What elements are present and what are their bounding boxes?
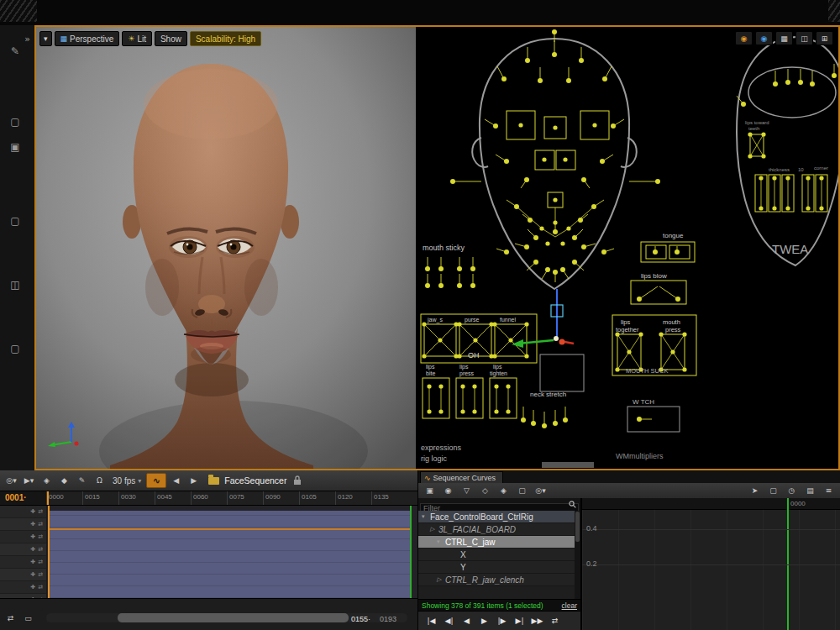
control-dot[interactable] — [659, 332, 663, 336]
control-pin[interactable] — [504, 249, 509, 255]
control-pin[interactable] — [581, 244, 586, 249]
control-pin[interactable] — [504, 159, 509, 164]
control-dot[interactable] — [748, 132, 752, 136]
track-gutter-row[interactable]: ✚⇄ — [0, 581, 46, 594]
control-pin[interactable] — [572, 235, 577, 240]
control-pin[interactable] — [572, 260, 577, 265]
control-pin[interactable] — [581, 177, 586, 182]
gizmo-center[interactable] — [559, 339, 565, 345]
gutter-icon[interactable]: ✚ — [30, 571, 35, 578]
control-pin[interactable] — [578, 218, 583, 223]
create-camera-icon[interactable]: ◉ — [440, 485, 456, 497]
control-pin[interactable] — [521, 417, 526, 423]
timeline-ruler[interactable]: 0001· 0000001500300045006000750090010501… — [0, 491, 417, 506]
panel-tab-icon-1[interactable]: ▢ — [8, 114, 23, 129]
control-pin[interactable] — [563, 417, 568, 423]
key-add-icon[interactable]: ◇ — [477, 485, 493, 497]
frame-selection-icon[interactable]: ▢ — [514, 485, 530, 497]
show-menu-button[interactable]: Show — [155, 31, 187, 46]
camera-speed-icon[interactable]: ◉ — [735, 31, 753, 45]
control-pin[interactable] — [538, 78, 543, 83]
tab-sequencer-curves[interactable]: ∿ Sequencer Curves — [420, 471, 503, 484]
track-row[interactable]: ▾Face_ControlBoard_CtrlRig — [418, 511, 575, 523]
timeline-canvas[interactable] — [47, 506, 417, 598]
3d-viewport[interactable]: ▾ ▦ Perspective ☀ Lit Show Scalability: … — [36, 27, 416, 469]
prev-key-icon[interactable]: ◀| — [441, 615, 457, 627]
control-dot[interactable] — [460, 384, 465, 388]
control-pin[interactable] — [501, 76, 507, 81]
control-dot[interactable] — [748, 154, 752, 158]
timeline-playhead[interactable] — [48, 506, 50, 598]
track-row[interactable]: Y — [418, 561, 575, 574]
control-dot[interactable] — [460, 409, 465, 413]
control-dot[interactable] — [553, 197, 557, 202]
control-dot[interactable] — [615, 367, 619, 371]
control-box[interactable] — [423, 378, 449, 418]
expand-caret-icon[interactable]: ▾ — [422, 513, 430, 520]
filter-icon[interactable]: ▽ — [459, 485, 475, 497]
gutter-icon[interactable]: ✚ — [30, 559, 35, 565]
control-pin[interactable] — [524, 177, 529, 182]
control-box[interactable] — [456, 378, 483, 418]
control-dot[interactable] — [427, 409, 431, 413]
curve-editor-toggle[interactable]: ∿ — [146, 473, 166, 488]
layers-icon[interactable]: ▤ — [802, 485, 818, 497]
control-pin[interactable] — [810, 81, 815, 87]
gutter-icon[interactable]: ✚ — [30, 584, 35, 591]
control-pin[interactable] — [601, 249, 606, 255]
control-dot[interactable] — [427, 384, 431, 388]
gutter-icon[interactable]: ⇄ — [38, 508, 43, 515]
control-pin[interactable] — [611, 123, 616, 129]
track-row[interactable]: X — [418, 549, 575, 561]
panel-tab-icon-4[interactable]: ◫ — [8, 277, 23, 292]
curve-time-ruler[interactable]: 0000 — [582, 498, 840, 510]
panel-options-icon[interactable]: ≡ — [821, 485, 837, 497]
control-dot[interactable] — [627, 349, 631, 354]
track-gutter-row[interactable]: ✚⇄ — [0, 569, 46, 581]
control-pin[interactable] — [553, 229, 558, 234]
control-dot[interactable] — [761, 154, 765, 158]
edit-mode-icon[interactable]: ✎ — [74, 475, 90, 487]
select-tool-icon[interactable]: ➤ — [747, 485, 763, 497]
control-pin[interactable] — [655, 179, 660, 184]
control-pin[interactable] — [457, 283, 462, 288]
view-mode-icon[interactable]: ◉ — [755, 31, 773, 45]
lock-icon[interactable] — [293, 475, 302, 486]
control-dot[interactable] — [492, 354, 496, 358]
expand-caret-icon[interactable]: ▷ — [430, 526, 438, 533]
range-end-value[interactable]: 0155· — [351, 615, 370, 623]
expand-caret-icon[interactable]: ▾ — [437, 538, 445, 545]
control-dot[interactable] — [438, 409, 443, 413]
control-pin[interactable] — [637, 417, 642, 422]
control-pin[interactable] — [773, 81, 778, 87]
keyframed-range-block[interactable] — [48, 511, 410, 598]
go-to-end-icon[interactable]: ▶▶ — [529, 615, 545, 627]
control-pin[interactable] — [591, 204, 596, 209]
step-forward-icon[interactable]: |▶ — [494, 615, 510, 627]
control-pin[interactable] — [741, 102, 746, 107]
current-frame-value[interactable]: 0001· — [5, 493, 27, 502]
control-dot[interactable] — [759, 176, 763, 180]
control-dot[interactable] — [560, 241, 564, 245]
control-dot[interactable] — [772, 176, 776, 180]
control-pin[interactable] — [470, 266, 475, 271]
expand-caret-icon[interactable]: ▷ — [437, 576, 445, 583]
control-dot[interactable] — [539, 226, 543, 230]
range-end-sub-value[interactable]: 0193 — [380, 615, 396, 623]
zoom-fit-icon[interactable]: ▭ — [20, 612, 36, 624]
control-dot[interactable] — [494, 409, 498, 413]
panel-tab-icon-2[interactable]: ▣ — [8, 139, 23, 155]
control-pin[interactable] — [438, 266, 444, 271]
control-dot[interactable] — [785, 176, 790, 180]
gutter-icon[interactable]: ⇄ — [38, 533, 43, 540]
facial-control-board[interactable]: mouth stickytonguelips blowlipstogetherm… — [416, 27, 838, 469]
control-pin[interactable] — [553, 421, 558, 426]
control-dot[interactable] — [438, 338, 442, 342]
gutter-icon[interactable]: ⇄ — [38, 521, 43, 528]
control-pin[interactable] — [602, 76, 607, 81]
control-dot[interactable] — [772, 206, 776, 210]
control-dot[interactable] — [506, 409, 510, 413]
control-pin[interactable] — [579, 58, 584, 63]
control-pin[interactable] — [524, 244, 529, 249]
control-dot[interactable] — [542, 157, 546, 161]
